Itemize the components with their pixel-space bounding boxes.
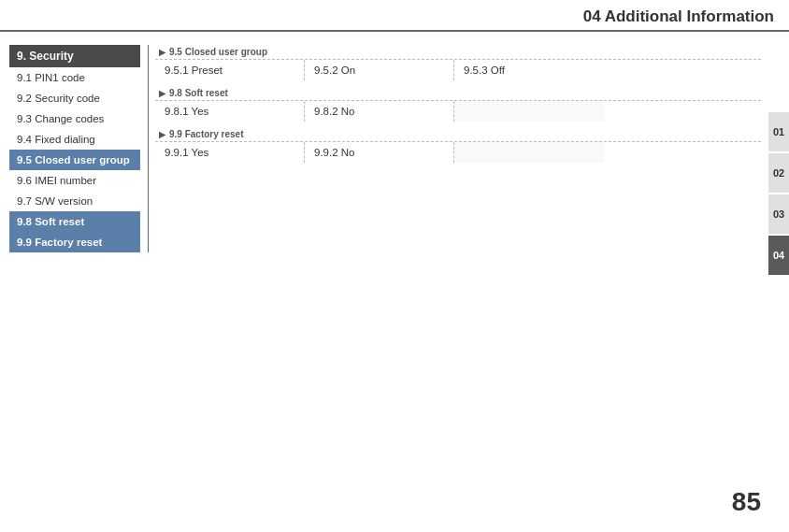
sub-item-9-5-1[interactable]: 9.5.1 Preset (155, 60, 305, 80)
page-number: 85 (732, 487, 761, 517)
sub-section-row-9-5: 9.5.1 Preset 9.5.2 On 9.5.3 Off (155, 59, 761, 80)
menu-item-9-8[interactable]: 9.8 Soft reset (9, 211, 140, 232)
menu-item-9-9[interactable]: 9.9 Factory reset (9, 232, 140, 252)
right-tab-strip: 01 02 03 04 (768, 112, 789, 277)
left-menu: 9. Security 9.1 PIN1 code 9.2 Security c… (9, 45, 140, 252)
sub-item-9-9-1[interactable]: 9.9.1 Yes (155, 142, 305, 163)
connector (140, 45, 155, 252)
sub-item-9-8-1[interactable]: 9.8.1 Yes (155, 101, 305, 122)
sub-section-row-9-8: 9.8.1 Yes 9.8.2 No (155, 100, 761, 122)
menu-item-9-4[interactable]: 9.4 Fixed dialing (9, 129, 140, 150)
sub-section-9-8: 9.8 Soft reset 9.8.1 Yes 9.8.2 No (155, 86, 761, 122)
sub-item-9-8-empty (454, 101, 604, 122)
menu-item-9-6[interactable]: 9.6 IMEI number (9, 170, 140, 191)
menu-item-9-2[interactable]: 9.2 Security code (9, 88, 140, 108)
sub-item-9-9-2[interactable]: 9.9.2 No (305, 142, 454, 163)
menu-item-9-3[interactable]: 9.3 Change codes (9, 108, 140, 129)
sub-item-9-5-2[interactable]: 9.5.2 On (305, 60, 454, 80)
sub-item-9-8-2[interactable]: 9.8.2 No (305, 101, 454, 122)
connector-line (148, 45, 149, 252)
menu-item-9-7[interactable]: 9.7 S/W version (9, 191, 140, 211)
sub-section-9-9: 9.9 Factory reset 9.9.1 Yes 9.9.2 No (155, 127, 761, 163)
menu-item-9-1[interactable]: 9.1 PIN1 code (9, 67, 140, 88)
sub-panels: 9.5 Closed user group 9.5.1 Preset 9.5.2… (155, 45, 761, 252)
sub-section-row-9-9: 9.9.1 Yes 9.9.2 No (155, 141, 761, 163)
main-content: 9. Security 9.1 PIN1 code 9.2 Security c… (0, 36, 789, 262)
tab-04[interactable]: 04 (768, 236, 789, 275)
page-title: 04 Additional Information (583, 7, 774, 26)
sub-section-header-9-5: 9.5 Closed user group (155, 45, 761, 59)
tab-02[interactable]: 02 (768, 153, 789, 193)
sub-item-9-5-3[interactable]: 9.5.3 Off (454, 60, 604, 80)
menu-section-title: 9. Security (9, 45, 140, 67)
sub-section-header-9-8: 9.8 Soft reset (155, 86, 761, 100)
tab-01[interactable]: 01 (768, 112, 789, 151)
sub-section-9-5: 9.5 Closed user group 9.5.1 Preset 9.5.2… (155, 45, 761, 80)
page-header: 04 Additional Information (0, 0, 789, 32)
tab-03[interactable]: 03 (768, 194, 789, 234)
menu-item-9-5[interactable]: 9.5 Closed user group (9, 150, 140, 170)
sub-item-9-9-empty (454, 142, 604, 163)
sub-section-header-9-9: 9.9 Factory reset (155, 127, 761, 141)
